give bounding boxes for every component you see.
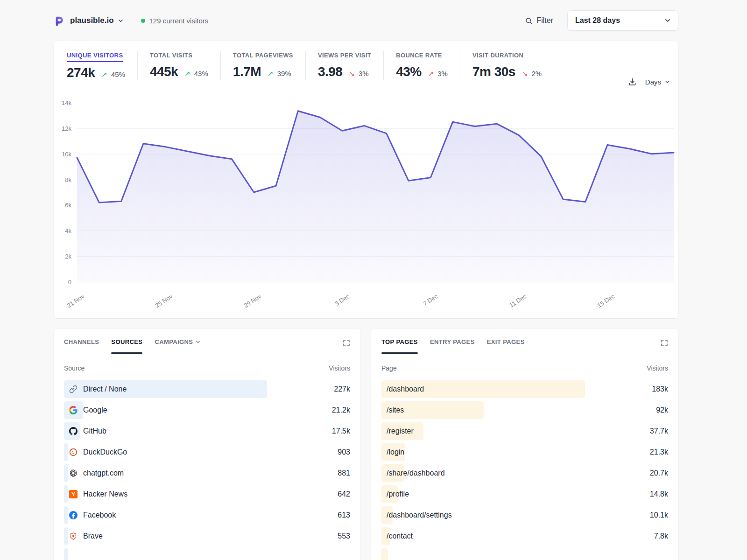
table-row[interactable]: Google21.2k <box>64 401 350 419</box>
row-label: /register <box>387 427 414 435</box>
row-visitors: 642 <box>338 490 350 498</box>
tab-entry-pages[interactable]: ENTRY PAGES <box>430 338 475 353</box>
x-axis-tick: 29 Nov <box>230 293 262 317</box>
row-label: Facebook <box>83 511 116 519</box>
table-row[interactable]: chatgpt.com881 <box>64 464 350 482</box>
expand-icon[interactable] <box>343 338 350 347</box>
svg-text:Y: Y <box>71 491 75 497</box>
table-row[interactable] <box>381 548 668 560</box>
row-visitors: 10.1k <box>650 511 668 519</box>
expand-icon[interactable] <box>661 338 668 347</box>
sources-panel: CHANNELSSOURCESCAMPAIGNS Source Visitors… <box>54 329 360 560</box>
pages-column-headers: Page Visitors <box>381 364 668 372</box>
y-axis-tick: 8k <box>65 176 71 183</box>
tab-top-pages[interactable]: TOP PAGES <box>381 338 418 353</box>
trend-down-arrow-icon: ↘ <box>522 70 528 78</box>
table-row[interactable] <box>64 548 350 560</box>
tab-campaigns[interactable]: CAMPAIGNS <box>155 338 200 353</box>
table-row[interactable]: Direct / None227k <box>64 380 350 398</box>
tab-channels[interactable]: CHANNELS <box>64 338 99 353</box>
table-row[interactable]: /contact7.8k <box>381 527 668 545</box>
stat-value: 7m 30s <box>472 64 515 79</box>
table-row[interactable]: /login21.3k <box>381 443 668 461</box>
row-label: Brave <box>83 532 103 540</box>
stat-total-visits[interactable]: TOTAL VISITS445k↗43% <box>138 51 221 80</box>
dashboard-page: plausible.io 129 current visitors Filter… <box>54 0 678 560</box>
table-row[interactable]: Facebook613 <box>64 506 350 524</box>
current-visitors[interactable]: 129 current visitors <box>141 17 209 25</box>
current-visitors-label: 129 current visitors <box>149 17 209 25</box>
filter-label: Filter <box>536 16 553 25</box>
table-row[interactable]: DuckDuckGo903 <box>64 443 350 461</box>
stat-change: 3% <box>437 70 448 77</box>
x-axis-tick: 3 Dec <box>319 293 351 317</box>
trend-up-arrow-icon: ↗ <box>184 70 190 78</box>
column-visitors: Visitors <box>647 364 668 372</box>
date-range-value: Last 28 days <box>575 16 620 25</box>
row-label: /login <box>387 448 404 456</box>
table-row[interactable]: /dashboard/settings10.1k <box>381 506 668 524</box>
table-row[interactable]: YHacker News642 <box>64 485 350 503</box>
stat-visit-duration[interactable]: VISIT DURATION7m 30s↘2% <box>460 51 554 80</box>
stat-label: BOUNCE RATE <box>396 52 442 61</box>
stat-total-pageviews[interactable]: TOTAL PAGEVIEWS1.7M↗39% <box>221 51 306 80</box>
table-row[interactable]: /register37.7k <box>381 422 668 440</box>
row-visitors: 881 <box>338 469 350 477</box>
row-label: chatgpt.com <box>83 469 124 477</box>
stat-change: 2% <box>532 70 542 77</box>
tab-sources[interactable]: SOURCES <box>111 338 142 353</box>
date-range-select[interactable]: Last 28 days <box>567 10 678 31</box>
stat-value: 43% <box>396 64 422 79</box>
interval-select[interactable]: Days <box>645 78 670 86</box>
trend-up-arrow-icon: ↗ <box>101 70 107 79</box>
live-dot-icon <box>141 19 145 23</box>
row-label: Direct / None <box>83 385 127 393</box>
stat-value: 1.7M <box>233 64 261 79</box>
stat-label: UNIQUE VISITORS <box>67 52 123 62</box>
table-row[interactable]: /share/dashboard20.7k <box>381 464 668 482</box>
tab-label: CAMPAIGNS <box>155 338 193 345</box>
stat-change: 39% <box>277 70 291 77</box>
row-visitors: 14.8k <box>650 490 668 498</box>
tab-exit-pages[interactable]: EXIT PAGES <box>487 338 525 353</box>
google-icon <box>69 406 78 414</box>
site-switcher[interactable]: plausible.io <box>54 14 123 27</box>
visitors-chart[interactable]: 14k12k10k8k6k4k2k021 Nov25 Nov29 Nov3 De… <box>77 103 674 282</box>
y-axis-tick: 12k <box>62 125 71 132</box>
y-axis-tick: 4k <box>65 227 71 234</box>
y-axis-tick: 10k <box>62 150 71 157</box>
chevron-down-icon <box>196 340 200 343</box>
row-label: /sites <box>387 406 404 414</box>
row-label: Hacker News <box>83 490 127 498</box>
table-row[interactable]: /profile14.8k <box>381 485 668 503</box>
row-label: /share/dashboard <box>387 469 445 477</box>
table-row[interactable]: /dashboard183k <box>381 380 668 398</box>
stat-views-per-visit[interactable]: VIEWS PER VISIT3.98↘3% <box>306 51 384 80</box>
x-axis-tick: 15 Dec <box>584 293 616 317</box>
row-visitors: 7.8k <box>654 532 668 540</box>
stat-label: TOTAL PAGEVIEWS <box>233 52 293 61</box>
table-row[interactable]: Brave553 <box>64 527 350 545</box>
download-icon[interactable] <box>628 77 637 86</box>
x-axis-tick: 25 Nov <box>142 293 174 317</box>
breakdown-panels: CHANNELSSOURCESCAMPAIGNS Source Visitors… <box>54 329 678 560</box>
table-row[interactable]: /sites92k <box>381 401 668 419</box>
table-row[interactable]: GitHub17.5k <box>64 422 350 440</box>
tab-label: SOURCES <box>111 338 142 345</box>
pages-panel: TOP PAGESENTRY PAGESEXIT PAGES Page Visi… <box>371 329 678 560</box>
stat-bounce-rate[interactable]: BOUNCE RATE43%↗3% <box>384 51 460 80</box>
row-label: /profile <box>387 490 409 498</box>
row-label: Google <box>83 406 107 414</box>
stat-unique-visitors[interactable]: UNIQUE VISITORS274k↗45% <box>67 51 138 80</box>
stat-change: 45% <box>111 70 125 78</box>
y-axis-tick: 6k <box>65 202 71 209</box>
row-visitors: 20.7k <box>650 469 668 477</box>
x-axis-tick: 11 Dec <box>495 293 528 317</box>
x-axis-tick: 21 Nov <box>54 293 86 317</box>
tab-label: ENTRY PAGES <box>430 338 475 345</box>
stat-change: 3% <box>359 70 369 77</box>
y-axis-tick: 14k <box>62 99 71 106</box>
brave-icon <box>69 532 78 540</box>
chatgpt-icon <box>69 469 78 477</box>
filter-button[interactable]: Filter <box>525 16 553 25</box>
